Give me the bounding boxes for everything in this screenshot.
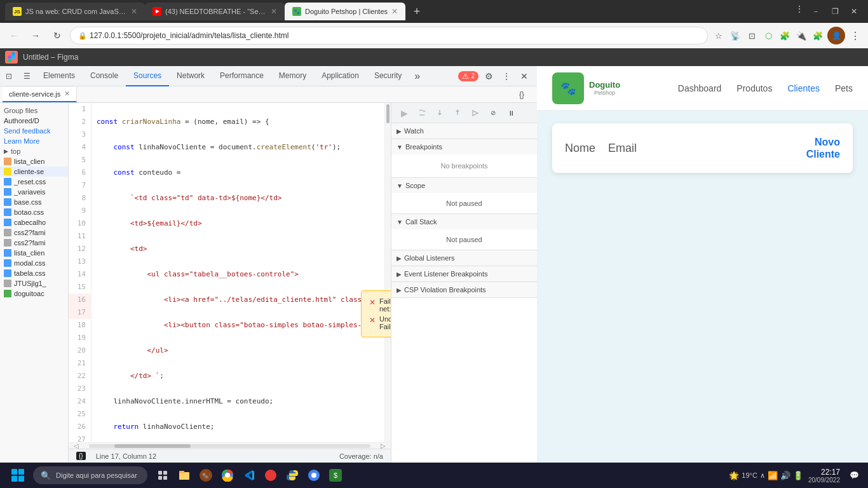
network-icon[interactable]: 📶 — [768, 471, 778, 480]
chrome-icon[interactable] — [217, 465, 238, 485]
step-out-btn[interactable] — [450, 105, 465, 121]
back-button[interactable]: ← — [5, 27, 23, 44]
tab-3-close[interactable]: ✕ — [391, 7, 398, 16]
nav-produtos[interactable]: Produtos — [736, 83, 772, 93]
new-client-button[interactable]: NovoCliente — [806, 136, 840, 160]
devtools-close-icon[interactable]: ✕ — [517, 69, 532, 84]
notification-icon[interactable]: 💬 — [845, 466, 863, 484]
tree-cabecalho[interactable]: cabecalho — [0, 217, 68, 227]
devtools-side-toggle[interactable]: ⊡ — [0, 66, 18, 86]
tab-performance[interactable]: Performance — [212, 66, 271, 86]
restore-button[interactable]: ❐ — [826, 3, 844, 20]
file-tab-active[interactable]: cliente-service.js ✕ — [3, 87, 77, 102]
devtools-layout-toggle[interactable]: ☰ — [18, 66, 36, 86]
tab-security[interactable]: Security — [367, 66, 409, 86]
event-listener-header[interactable]: ▶ Event Listener Breakpoints — [391, 266, 537, 281]
nav-dashboard[interactable]: Dashboard — [678, 83, 722, 93]
forward-button[interactable]: → — [27, 27, 44, 44]
tab-1[interactable]: JS JS na web: CRUD com JavaScript ✕ — [5, 3, 145, 20]
extension3-icon[interactable]: 🔌 — [794, 29, 808, 43]
devtools-kebab-icon[interactable]: ⋮ — [499, 69, 514, 84]
format-code-icon[interactable]: {} — [514, 87, 529, 102]
taskbar-otter-icon[interactable]: 🦦 — [196, 465, 216, 485]
tree-modal-css[interactable]: modal.css — [0, 258, 68, 268]
step-over-btn[interactable] — [414, 105, 430, 121]
csp-section-header[interactable]: ▶ CSP Violation Breakpoints — [391, 282, 537, 297]
recorder-icon[interactable] — [261, 465, 281, 485]
tab-1-close[interactable]: ✕ — [131, 7, 137, 16]
step-btn[interactable] — [468, 105, 483, 121]
volume-icon[interactable]: 🔊 — [780, 471, 790, 480]
python-icon[interactable] — [282, 465, 302, 485]
taskbar-clock[interactable]: 22:17 20/09/2022 — [808, 468, 840, 484]
tree-lista-clien[interactable]: lista_clien — [0, 156, 68, 166]
tab-console[interactable]: Console — [83, 66, 126, 86]
resume-btn[interactable]: ▶ — [397, 105, 412, 121]
tree-tabela-css[interactable]: tabela.css — [0, 268, 68, 278]
taskbar-chrome2-icon[interactable] — [304, 465, 324, 485]
cast-icon[interactable]: 📡 — [728, 29, 742, 43]
screenshot-icon[interactable]: ⊡ — [745, 29, 759, 43]
window-options-icon[interactable]: ⋮ — [793, 3, 806, 15]
tab-network[interactable]: Network — [169, 66, 212, 86]
tree-jtusjlg[interactable]: JTUSjlg1_ — [0, 278, 68, 288]
deactivate-breakpoints-btn[interactable]: ⊘ — [485, 105, 501, 121]
reload-button[interactable]: ↻ — [48, 27, 66, 44]
weather-icon[interactable]: 🌟 — [729, 471, 739, 480]
nav-clientes[interactable]: Clientes — [787, 83, 820, 93]
devtools-more-tabs[interactable]: » — [409, 66, 425, 86]
tray-chevron-icon[interactable]: ∧ — [760, 471, 765, 480]
address-bar[interactable]: 🔒 127.0.0.1:5500/projeto_inicial/admin/t… — [70, 27, 708, 44]
task-view-icon[interactable] — [153, 465, 173, 485]
tree-doguito[interactable]: doguitoac — [0, 288, 68, 299]
scope-section-header[interactable]: ▼ Scope — [391, 178, 537, 193]
breakpoints-section-header[interactable]: ▼ Breakpoints — [391, 139, 537, 154]
tree-authored[interactable]: Authored/D — [0, 116, 68, 126]
tree-group-files[interactable]: Group files — [0, 105, 68, 116]
tab-3[interactable]: 🐾 Doguito Petshop | Clientes ✕ — [285, 3, 405, 20]
start-button[interactable] — [5, 463, 31, 488]
horizontal-scrollbar[interactable]: ◁ ▷ — [69, 442, 391, 449]
tab-elements[interactable]: Elements — [36, 66, 83, 86]
extensions-icon[interactable]: 🧩 — [811, 29, 825, 43]
call-stack-section-header[interactable]: ▼ Call Stack — [391, 214, 537, 229]
close-button[interactable]: ✕ — [845, 3, 863, 20]
step-into-btn[interactable] — [432, 105, 447, 121]
tab-memory[interactable]: Memory — [271, 66, 314, 86]
file-tab-close[interactable]: ✕ — [64, 90, 70, 98]
browser-menu-icon[interactable]: ⋮ — [848, 27, 863, 44]
extension2-icon[interactable]: 🧩 — [778, 29, 792, 43]
extension-puzzle-icon[interactable]: ⬡ — [761, 29, 775, 43]
new-tab-button[interactable]: + — [408, 3, 426, 20]
tab-2-close[interactable]: ✕ — [271, 7, 277, 16]
tree-reset-css[interactable]: _reset.css — [0, 177, 68, 187]
taskbar-green-icon[interactable]: $ — [325, 465, 346, 485]
bookmark-star-icon[interactable]: ☆ — [712, 29, 726, 43]
tree-lista-clien-2[interactable]: lista_clien — [0, 248, 68, 258]
vertical-scrollbar[interactable] — [384, 103, 391, 442]
pause-exceptions-btn[interactable]: ⏸ — [503, 105, 519, 121]
scroll-track[interactable] — [89, 444, 370, 448]
tree-css2-2[interactable]: css2?fami — [0, 238, 68, 248]
tree-cliente-service[interactable]: cliente-se — [0, 166, 68, 177]
file-explorer-icon[interactable] — [174, 465, 194, 485]
taskbar-search[interactable]: 🔍 Digite aqui para pesquisar — [33, 466, 147, 484]
profile-icon[interactable]: 👤 — [827, 27, 845, 44]
devtools-settings-icon[interactable]: ⚙ — [481, 69, 496, 84]
tree-learn-more[interactable]: Learn More — [0, 136, 68, 146]
global-listeners-header[interactable]: ▶ Global Listeners — [391, 250, 537, 266]
battery-icon[interactable]: 🔋 — [793, 471, 803, 480]
tab-2[interactable]: (43) NEEDTOBREATHE - "Season ✕ — [145, 3, 285, 20]
tab-sources[interactable]: Sources — [126, 66, 169, 86]
tab-application[interactable]: Application — [314, 66, 367, 86]
tree-send-feedback[interactable]: Send feedback — [0, 126, 68, 136]
tree-variaveis[interactable]: _variaveis — [0, 187, 68, 197]
tree-base-css[interactable]: base.css — [0, 197, 68, 207]
watch-section-header[interactable]: ▶ Watch — [391, 123, 537, 139]
minimize-button[interactable]: － — [807, 3, 825, 20]
tree-top-group[interactable]: ▶ top — [0, 146, 68, 156]
code-text[interactable]: const criarNovaLinha = (nome, email) => … — [92, 103, 384, 442]
tree-css2-1[interactable]: css2?fami — [0, 227, 68, 238]
scroll-thumb[interactable] — [114, 444, 191, 448]
vscode-icon[interactable] — [239, 465, 259, 485]
